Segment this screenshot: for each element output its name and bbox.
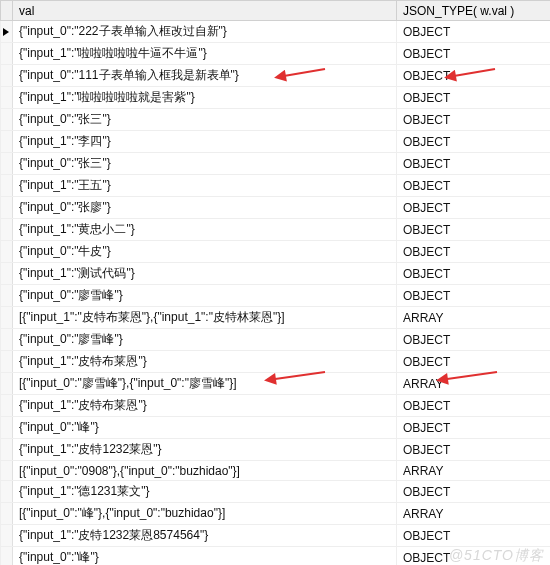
cell-val[interactable]: {"input_0":"峰"} [13,547,397,566]
cell-type[interactable]: OBJECT [397,43,551,65]
table-row[interactable]: {"input_1":"皮特布莱恩"}OBJECT [1,351,551,373]
cell-type[interactable]: OBJECT [397,87,551,109]
table-row[interactable]: [{"input_1":"皮特布莱恩"},{"input_1":"皮特林莱恩"}… [1,307,551,329]
cell-type[interactable]: OBJECT [397,21,551,43]
row-indicator [1,461,13,481]
row-indicator [1,87,13,109]
cell-val[interactable]: {"input_0":"牛皮"} [13,241,397,263]
cell-val[interactable]: {"input_1":"啦啦啦啦啦牛逼不牛逼"} [13,43,397,65]
table-row[interactable]: {"input_0":"张廖"}OBJECT [1,197,551,219]
cell-type[interactable]: OBJECT [397,131,551,153]
column-header-val[interactable]: val [13,1,397,21]
cell-val[interactable]: {"input_0":"峰"} [13,417,397,439]
cell-val[interactable]: {"input_0":"廖雪峰"} [13,285,397,307]
row-indicator [1,21,13,43]
cell-type[interactable]: OBJECT [397,547,551,566]
cell-val[interactable]: {"input_1":"皮特布莱恩"} [13,395,397,417]
table-row[interactable]: {"input_1":"测试代码"}OBJECT [1,263,551,285]
cell-val[interactable]: {"input_1":"德1231莱文"} [13,481,397,503]
column-header-type[interactable]: JSON_TYPE( w.val ) [397,1,551,21]
table-row[interactable]: {"input_0":"111子表单输入框我是新表单"}OBJECT [1,65,551,87]
cell-type[interactable]: ARRAY [397,503,551,525]
cell-val[interactable]: {"input_0":"222子表单输入框改过自新"} [13,21,397,43]
table-row[interactable]: {"input_0":"廖雪峰"}OBJECT [1,329,551,351]
cell-type[interactable]: OBJECT [397,175,551,197]
cell-type[interactable]: OBJECT [397,65,551,87]
table-row[interactable]: [{"input_0":"峰"},{"input_0":"buzhidao"}]… [1,503,551,525]
cell-val[interactable]: {"input_0":"张三"} [13,153,397,175]
table-row[interactable]: {"input_1":"皮特1232莱恩"}OBJECT [1,439,551,461]
table-row[interactable]: {"input_0":"222子表单输入框改过自新"}OBJECT [1,21,551,43]
row-indicator [1,65,13,87]
cell-type[interactable]: ARRAY [397,461,551,481]
cell-type[interactable]: OBJECT [397,263,551,285]
row-indicator-header[interactable] [1,1,13,21]
row-indicator [1,525,13,547]
table-row[interactable]: {"input_1":"啦啦啦啦啦就是害紫"}OBJECT [1,87,551,109]
row-indicator [1,547,13,566]
cell-val[interactable]: [{"input_0":"廖雪峰"},{"input_0":"廖雪峰"}] [13,373,397,395]
cell-type[interactable]: OBJECT [397,417,551,439]
header-row: val JSON_TYPE( w.val ) [1,1,551,21]
row-indicator [1,263,13,285]
row-indicator [1,109,13,131]
row-indicator [1,241,13,263]
cell-val[interactable]: [{"input_1":"皮特布莱恩"},{"input_1":"皮特林莱恩"}… [13,307,397,329]
table-row[interactable]: {"input_1":"皮特1232莱恩8574564"}OBJECT [1,525,551,547]
cell-type[interactable]: ARRAY [397,373,551,395]
row-indicator [1,219,13,241]
row-indicator [1,351,13,373]
cell-type[interactable]: OBJECT [397,285,551,307]
row-indicator [1,417,13,439]
cell-type[interactable]: OBJECT [397,439,551,461]
table-row[interactable]: {"input_1":"王五"}OBJECT [1,175,551,197]
cell-type[interactable]: OBJECT [397,219,551,241]
row-indicator [1,175,13,197]
cell-type[interactable]: OBJECT [397,241,551,263]
table-row[interactable]: {"input_0":"峰"}OBJECT [1,417,551,439]
cell-val[interactable]: {"input_1":"李四"} [13,131,397,153]
cell-type[interactable]: OBJECT [397,153,551,175]
cell-val[interactable]: {"input_0":"张三"} [13,109,397,131]
row-indicator [1,329,13,351]
table-row[interactable]: {"input_0":"张三"}OBJECT [1,109,551,131]
cell-val[interactable]: {"input_1":"皮特1232莱恩"} [13,439,397,461]
cell-val[interactable]: [{"input_0":"峰"},{"input_0":"buzhidao"}] [13,503,397,525]
cell-type[interactable]: OBJECT [397,109,551,131]
table-row[interactable]: {"input_1":"李四"}OBJECT [1,131,551,153]
row-indicator [1,481,13,503]
row-indicator [1,439,13,461]
cell-type[interactable]: OBJECT [397,525,551,547]
table-row[interactable]: [{"input_0":"廖雪峰"},{"input_0":"廖雪峰"}]ARR… [1,373,551,395]
table-row[interactable]: {"input_1":"德1231莱文"}OBJECT [1,481,551,503]
cell-val[interactable]: [{"input_0":"0908"},{"input_0":"buzhidao… [13,461,397,481]
cell-val[interactable]: {"input_1":"啦啦啦啦啦就是害紫"} [13,87,397,109]
table-row[interactable]: {"input_1":"皮特布莱恩"}OBJECT [1,395,551,417]
cell-type[interactable]: OBJECT [397,329,551,351]
table-row[interactable]: {"input_1":"啦啦啦啦啦牛逼不牛逼"}OBJECT [1,43,551,65]
cell-val[interactable]: {"input_0":"廖雪峰"} [13,329,397,351]
cell-val[interactable]: {"input_1":"王五"} [13,175,397,197]
cell-val[interactable]: {"input_1":"黄忠小二"} [13,219,397,241]
cell-val[interactable]: {"input_1":"皮特1232莱恩8574564"} [13,525,397,547]
cell-val[interactable]: {"input_0":"张廖"} [13,197,397,219]
current-row-icon [3,28,9,36]
cell-val[interactable]: {"input_0":"111子表单输入框我是新表单"} [13,65,397,87]
table-row[interactable]: {"input_0":"牛皮"}OBJECT [1,241,551,263]
cell-type[interactable]: OBJECT [397,351,551,373]
table-row[interactable]: {"input_1":"黄忠小二"}OBJECT [1,219,551,241]
row-indicator [1,197,13,219]
cell-type[interactable]: ARRAY [397,307,551,329]
table-row[interactable]: {"input_0":"张三"}OBJECT [1,153,551,175]
row-indicator [1,307,13,329]
cell-type[interactable]: OBJECT [397,395,551,417]
row-indicator [1,395,13,417]
table-row[interactable]: {"input_0":"廖雪峰"}OBJECT [1,285,551,307]
cell-type[interactable]: OBJECT [397,197,551,219]
cell-val[interactable]: {"input_1":"测试代码"} [13,263,397,285]
result-grid: val JSON_TYPE( w.val ) {"input_0":"222子表… [0,0,550,565]
cell-type[interactable]: OBJECT [397,481,551,503]
table-row[interactable]: {"input_0":"峰"}OBJECT [1,547,551,566]
cell-val[interactable]: {"input_1":"皮特布莱恩"} [13,351,397,373]
table-row[interactable]: [{"input_0":"0908"},{"input_0":"buzhidao… [1,461,551,481]
